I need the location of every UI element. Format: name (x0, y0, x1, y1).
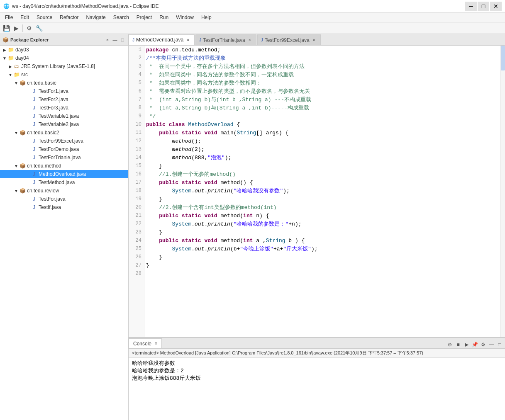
arrow-src: ▼ (7, 73, 13, 77)
code-25b: +a+ (273, 246, 283, 252)
tab-label-MethodOverload: MethodOverload.java (136, 37, 183, 43)
method-call-13: method (172, 146, 191, 153)
tree-item-src[interactable]: ▼ 📁 src (0, 70, 128, 79)
code-indent-11 (146, 130, 159, 136)
kw-class: class (169, 121, 185, 128)
tree-item-TestForDemo[interactable]: J TestForDemo.java (0, 145, 128, 153)
menu-item-help[interactable]: Help (198, 14, 215, 21)
console-pin-icon[interactable]: 📌 (471, 341, 478, 348)
tree-item-TestMethod[interactable]: J TestMethod.java (0, 178, 128, 187)
minimap-thumb[interactable] (501, 46, 505, 70)
sidebar-minimize-icon[interactable]: — (112, 36, 118, 43)
tree-item-TestForTrianle[interactable]: J TestForTrianle.java (0, 153, 128, 162)
sp17a (178, 180, 182, 186)
sp21d: n) { (253, 213, 269, 219)
console-maximize-icon[interactable]: □ (496, 341, 503, 348)
tab-TestFor99Excel[interactable]: J TestFor99Excel.java × (257, 34, 321, 45)
menu-item-file[interactable]: File (2, 14, 16, 21)
code-line-14: method(888,"泡泡"); (146, 153, 500, 162)
sidebar: 📦 Package Explorer × — □ ▶ 📁 day03 ▼ 📁 d… (0, 34, 129, 420)
console-settings-icon[interactable]: ⚙ (479, 341, 487, 348)
maximize-button[interactable]: □ (478, 2, 489, 11)
sidebar-collapse-icon[interactable]: × (104, 36, 111, 43)
tree-item-TestFor3[interactable]: J TestFor3.java (0, 104, 128, 112)
package-icon-basic: 📦 (19, 80, 26, 86)
tree-item-TestVariable2[interactable]: J TestVariable2.java (0, 120, 128, 129)
menu-item-window[interactable]: Window (173, 14, 197, 21)
menu-item-edit[interactable]: Edit (17, 14, 32, 21)
tab-MethodOverload[interactable]: J MethodOverload.java × (129, 34, 195, 45)
arrow-review: ▼ (13, 189, 19, 193)
code-indent-13 (146, 146, 172, 153)
tree-item-jre[interactable]: ▶ 🗂 JRE System Library [JavaSE-1.8] (0, 62, 128, 70)
menu-item-run[interactable]: Run (156, 14, 172, 21)
menu-item-search[interactable]: Search (110, 14, 132, 21)
toolbar-btn-3[interactable]: ⚙ (24, 24, 34, 33)
tree-item-cn-tedu-basic2[interactable]: ▼ 📦 cn.tedu.basic2 (0, 129, 128, 137)
console-minimize-icon[interactable]: — (488, 341, 495, 348)
tree-item-day03[interactable]: ▶ 📁 day03 (0, 46, 128, 54)
sidebar-content[interactable]: ▶ 📁 day03 ▼ 📁 day04 ▶ 🗂 JRE System Libra… (0, 46, 128, 420)
console-tab[interactable]: Console × (129, 338, 162, 348)
console-tab-close[interactable]: × (155, 341, 157, 346)
str-25b: "斤大米饭" (283, 245, 311, 252)
minimize-button[interactable]: ─ (465, 2, 477, 11)
console-stop-icon[interactable]: ■ (454, 341, 462, 348)
line-num-28: 28 (129, 269, 144, 278)
tree-item-MethodOverload[interactable]: J MethodOverload.java (0, 170, 128, 178)
java-icon-testfordemo: J (31, 146, 37, 152)
line-num-12: 12 (129, 137, 144, 145)
toolbar-btn-2[interactable]: ▶ (12, 24, 21, 33)
code-25c: ); (311, 246, 318, 252)
tree-item-TestFor99Excel[interactable]: J TestFor99Excel.java (0, 137, 128, 145)
close-button[interactable]: ✕ (490, 2, 502, 11)
line-num-18: 18 (129, 187, 144, 195)
code-editor[interactable]: 1 2 3 4 5 6 7 8 9 10 11 12 13 14 15 16 1… (129, 46, 505, 337)
str-18: "哈哈哈我没有参数" (234, 187, 283, 194)
code-indent-12 (146, 138, 172, 144)
code-22a: ( (230, 221, 234, 227)
code-sp-10b (185, 121, 188, 128)
tree-item-TestFor1[interactable]: J TestFor1.java (0, 87, 128, 95)
tree-label-day04: day04 (15, 55, 29, 61)
menu-item-navigate[interactable]: Navigate (83, 14, 109, 21)
sidebar-maximize-icon[interactable]: □ (119, 36, 126, 43)
line-num-21: 21 (129, 211, 144, 220)
tree-item-TestVariable1[interactable]: J TestVariable1.java (0, 112, 128, 120)
menu-item-source[interactable]: Source (33, 14, 56, 21)
sp24c: method( (217, 238, 243, 244)
line-num-2: 2 (129, 54, 144, 62)
code-18a: ( (230, 188, 234, 194)
classname-10: MethodOverload (188, 121, 233, 128)
menu-item-project[interactable]: Project (133, 14, 155, 21)
app-icon: 🌐 (3, 3, 10, 9)
tree-item-cn-tedu-method[interactable]: ▼ 📦 cn.tedu.method (0, 162, 128, 170)
kw-void-24: void (204, 238, 217, 244)
mc-out-25: out (195, 246, 204, 252)
java-icon-methodoverload: J (31, 171, 37, 177)
tab-close-TestForTrianle[interactable]: × (247, 37, 253, 43)
tab-TestForTrianle[interactable]: J TestForTrianle.java × (195, 34, 256, 45)
toolbar-btn-4[interactable]: 🔧 (34, 24, 44, 33)
tab-close-MethodOverload[interactable]: × (185, 37, 191, 43)
tree-item-day04[interactable]: ▼ 📁 day04 (0, 54, 128, 62)
tree-item-TestFor[interactable]: J TestFor.java (0, 195, 128, 203)
tab-close-TestFor99Excel[interactable]: × (311, 37, 317, 43)
line-num-9: 9 (129, 112, 144, 120)
code-line-21: public static void method(int n) { (146, 211, 500, 220)
toolbar-btn-1[interactable]: 💾 (2, 24, 11, 33)
console-output-2: 哈哈哈我的参数是：2 (132, 367, 502, 374)
menu-item-refactor[interactable]: Refactor (56, 14, 82, 21)
tree-item-TestFor2[interactable]: J TestFor2.java (0, 95, 128, 104)
cn-string-24: String (266, 238, 285, 244)
tree-item-cn-tedu-review[interactable]: ▼ 📦 cn.tedu.review (0, 187, 128, 195)
tree-item-cn-tedu-basic[interactable]: ▼ 📦 cn.tedu.basic (0, 79, 128, 87)
bottom-tab-left: Console × (129, 338, 162, 348)
java-icon-testfor3: J (31, 105, 37, 111)
console-header: <terminated> MethodOverload [Java Applic… (129, 349, 505, 358)
tree-item-TestIf[interactable]: J TestIf.java (0, 203, 128, 211)
console-clear-icon[interactable]: ⊘ (446, 341, 454, 348)
code-indent-19: } (146, 196, 162, 202)
code-content[interactable]: package cn.tedu.method; /**本类用于测试方法的重载现象… (144, 46, 500, 337)
console-rerun-icon[interactable]: ▶ (463, 341, 470, 348)
